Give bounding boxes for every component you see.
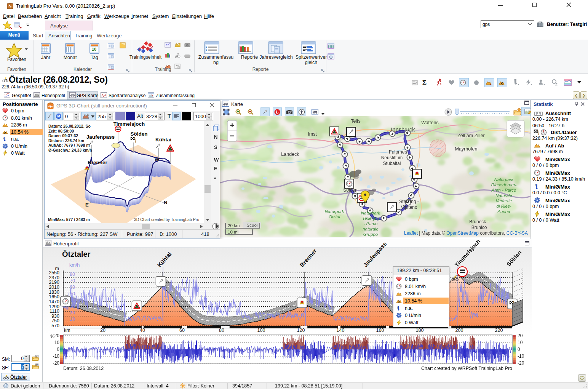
svg-text:-10: -10 [53,354,60,359]
svg-text:-10: -10 [518,354,524,359]
svg-text:20: 20 [54,333,60,338]
svg-text:20: 20 [518,333,523,338]
svg-text:0: 0 [57,347,59,352]
svg-text:10: 10 [518,340,523,345]
svg-text:0: 0 [518,347,520,352]
svg-text:-20: -20 [518,360,524,366]
svg-text:-20: -20 [53,360,60,366]
svg-text:%: % [50,334,54,339]
svg-text:10: 10 [54,340,60,345]
